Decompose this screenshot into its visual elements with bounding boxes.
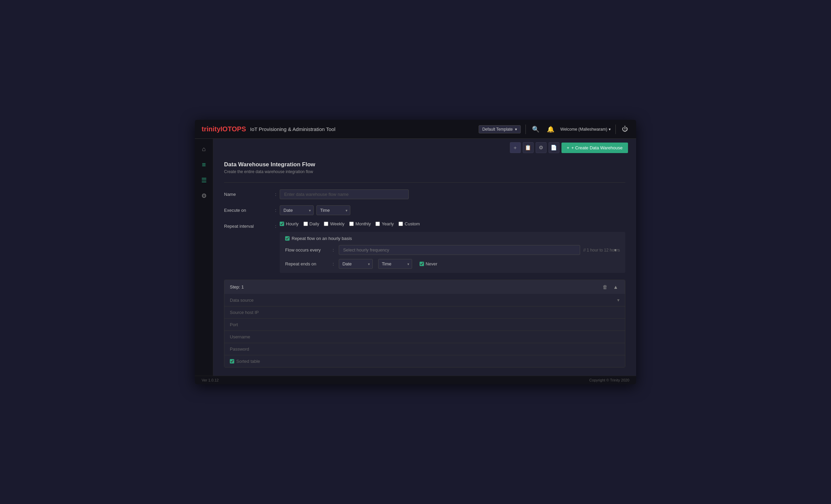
page-title: Data Warehouse Integration Flow [224, 161, 625, 168]
sidebar-item-home[interactable]: ⌂ [197, 142, 211, 156]
data-source-chevron-icon: ▾ [617, 297, 620, 303]
freq-input[interactable] [339, 245, 580, 255]
password-field[interactable]: Password [224, 343, 625, 355]
content-area: ＋ 📋 ⚙ 📄 + + Create Data Warehouse Data W… [213, 139, 636, 376]
execute-time-select[interactable]: Time [316, 205, 350, 215]
never-label: Never [426, 261, 438, 266]
name-input[interactable] [280, 189, 409, 199]
checkbox-weekly-label: Weekly [330, 221, 344, 226]
logo-trinity: trinity [202, 125, 221, 133]
flow-occurs-row: Flow occurs every : ▾ // 1 hour to 12 ho… [285, 245, 620, 255]
chevron-down-icon: ▾ [515, 127, 517, 132]
checkbox-hourly[interactable]: Hourly [280, 221, 299, 226]
freq-select-wrap: ▾ // 1 hour to 12 hours [339, 245, 620, 255]
password-label: Password [230, 347, 249, 352]
step-section: Step: 1 🗑 ▲ Data source ▾ [224, 280, 625, 368]
checkbox-custom-input[interactable] [399, 222, 403, 226]
chevron-down-icon-user: ▾ [609, 127, 611, 132]
template-dropdown[interactable]: Default Template ▾ [479, 125, 521, 133]
checkbox-weekly[interactable]: Weekly [324, 221, 344, 226]
checkbox-daily-label: Daily [310, 221, 319, 226]
execute-time-wrap: Time [316, 205, 350, 215]
repeat-ends-time-select[interactable]: Time [378, 259, 412, 269]
sidebar-item-layers[interactable]: ≡ [197, 158, 211, 171]
notifications-icon-btn[interactable]: 🔔 [546, 124, 556, 134]
table-btn[interactable]: 📄 [549, 142, 559, 153]
repeat-interval-label: Repeat interval [224, 221, 272, 229]
repeat-basis-label: Repeat flow on an hourly basis [292, 236, 352, 241]
data-source-field[interactable]: Data source ▾ [224, 294, 625, 306]
repeat-ends-date-wrap: Date [339, 259, 373, 269]
repeat-basis-checkbox[interactable] [285, 236, 290, 241]
freq-hint: // 1 hour to 12 hours [584, 248, 620, 253]
sorted-table-checkbox[interactable] [230, 359, 234, 363]
main-layout: ⌂ ≡ ☰ ⚙ ＋ 📋 ⚙ 📄 + + Create Data Wa [195, 139, 636, 376]
repeat-checkbox-group: Hourly Daily Weekly [280, 221, 420, 226]
name-colon: : [272, 189, 280, 197]
content-toolbar: ＋ 📋 ⚙ 📄 + + Create Data Warehouse [213, 139, 636, 153]
execute-on-colon: : [272, 205, 280, 213]
header-separator [224, 182, 625, 183]
step-collapse-btn[interactable]: ▲ [612, 283, 620, 291]
checkbox-custom-label: Custom [405, 221, 420, 226]
search-icon-btn[interactable]: 🔍 [531, 124, 541, 134]
sidebar-item-settings[interactable]: ⚙ [197, 189, 211, 203]
repeat-ends-date-select[interactable]: Date [339, 259, 373, 269]
add-btn[interactable]: ＋ [510, 142, 521, 153]
never-checkbox[interactable]: Never [420, 261, 438, 266]
notes-btn[interactable]: 📋 [523, 142, 534, 153]
checkbox-hourly-input[interactable] [280, 222, 284, 226]
list-icon: ☰ [201, 176, 207, 184]
sorted-table-label: Sorted table [236, 359, 260, 364]
execute-on-row: Execute on : Date Time [224, 205, 625, 215]
repeat-interval-control: Hourly Daily Weekly [280, 221, 625, 273]
port-field[interactable]: Port [224, 319, 625, 331]
source-host-field[interactable]: Source host IP [224, 306, 625, 319]
checkbox-custom[interactable]: Custom [399, 221, 420, 226]
app-footer: Ver 1.0.12 Copyright © Trinity 2020 [195, 376, 636, 384]
app-window: trinityIOTOPS IoT Provisioning & Adminis… [195, 120, 636, 384]
page-header: Data Warehouse Integration Flow Create t… [224, 161, 625, 174]
step-header[interactable]: Step: 1 🗑 ▲ [224, 280, 625, 294]
checkbox-monthly[interactable]: Monthly [349, 221, 371, 226]
create-dw-button[interactable]: + + Create Data Warehouse [561, 143, 628, 153]
user-label: Welcome (Malleshwaram) [560, 127, 607, 132]
checkbox-yearly-input[interactable] [375, 222, 380, 226]
layers-icon: ≡ [202, 161, 206, 169]
checkbox-monthly-label: Monthly [355, 221, 371, 226]
username-field[interactable]: Username [224, 331, 625, 343]
checkbox-weekly-input[interactable] [324, 222, 328, 226]
plus-icon: + [567, 145, 570, 150]
never-checkbox-input[interactable] [420, 262, 424, 266]
name-row: Name : [224, 189, 625, 199]
home-icon: ⌂ [202, 146, 206, 153]
checkbox-daily-input[interactable] [303, 222, 308, 226]
power-icon-btn[interactable]: ⏻ [621, 124, 629, 134]
execute-date-select[interactable]: Date [280, 205, 314, 215]
sidebar-item-list[interactable]: ☰ [197, 173, 211, 187]
name-label: Name [224, 189, 272, 197]
repeat-ends-colon: : [333, 261, 334, 266]
create-dw-label: + Create Data Warehouse [571, 145, 623, 150]
divider-1 [525, 125, 526, 134]
checkbox-yearly[interactable]: Yearly [375, 221, 394, 226]
page-content: Data Warehouse Integration Flow Create t… [213, 153, 636, 376]
execute-on-label: Execute on [224, 205, 272, 213]
checkbox-daily[interactable]: Daily [303, 221, 319, 226]
step-actions: 🗑 ▲ [601, 283, 620, 291]
divider-2 [615, 125, 616, 134]
execute-date-wrap: Date [280, 205, 314, 215]
port-label: Port [230, 322, 238, 327]
repeat-interval-colon: : [272, 221, 280, 229]
step-body: Data source ▾ Source host IP Port [224, 294, 625, 367]
sorted-table-field: Sorted table [224, 355, 625, 367]
user-menu-btn[interactable]: Welcome (Malleshwaram) ▾ [560, 127, 611, 132]
step-delete-btn[interactable]: 🗑 [601, 283, 609, 291]
flow-occurs-colon: : [333, 247, 334, 253]
checkbox-monthly-input[interactable] [349, 222, 354, 226]
checkbox-yearly-label: Yearly [382, 221, 394, 226]
sidebar: ⌂ ≡ ☰ ⚙ [195, 139, 213, 376]
version-label: Ver 1.0.12 [202, 378, 219, 382]
flow-btn[interactable]: ⚙ [536, 142, 547, 153]
username-label: Username [230, 334, 250, 339]
